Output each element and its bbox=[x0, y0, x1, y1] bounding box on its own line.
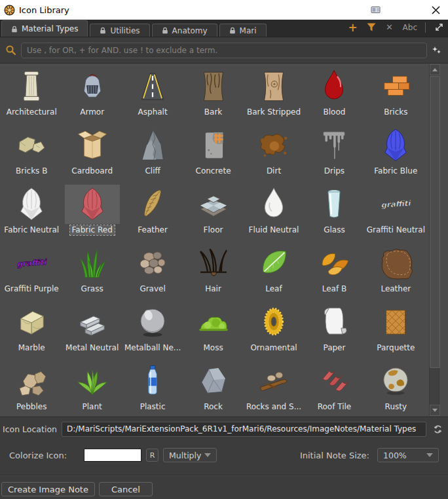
grid-item-armor[interactable]: Armor bbox=[62, 64, 122, 122]
grid-item-dirt[interactable]: Dirt bbox=[244, 122, 304, 181]
grid-item-plant[interactable]: Plant bbox=[62, 358, 122, 417]
grid-item-label: Leaf bbox=[263, 284, 284, 294]
grid-item-feather[interactable]: Feather bbox=[122, 181, 183, 240]
icon-library-dialog: { "window": { "title": "Icon Library" },… bbox=[0, 0, 448, 499]
leaf-icon bbox=[246, 244, 301, 283]
tab-material-types[interactable]: Material Types bbox=[1, 20, 88, 37]
grid-item-blood[interactable]: Blood bbox=[304, 64, 364, 122]
grid-item-label: Armor bbox=[78, 107, 106, 117]
lock-icon bbox=[162, 27, 168, 34]
grid-item-metal-neutral[interactable]: Metal Neutral bbox=[62, 299, 122, 358]
grid-item-pebbles[interactable]: Pebbles bbox=[1, 358, 62, 417]
scrollbar-thumb[interactable] bbox=[430, 76, 440, 368]
scrollbar[interactable] bbox=[429, 64, 439, 416]
icon-grid: ArchitecturalArmorAsphaltBarkBark Stripp… bbox=[1, 64, 427, 416]
grid-item-label: Bricks B bbox=[14, 166, 49, 176]
scroll-down-button[interactable] bbox=[430, 405, 440, 416]
grid-item-grass[interactable]: Grass bbox=[62, 240, 122, 299]
grid-item-fabric-neutral[interactable]: Fabric Neutral bbox=[1, 181, 62, 240]
grid-item-paper[interactable]: Paper bbox=[304, 299, 364, 358]
add-tab-button[interactable]: + bbox=[348, 22, 358, 33]
titlebar: Icon Library bbox=[0, 0, 448, 20]
grid-item-plastic[interactable]: Plastic bbox=[122, 358, 183, 417]
grid-item-label: Ornamental bbox=[248, 343, 299, 353]
ingots-icon bbox=[65, 303, 120, 342]
grid-item-roof-tile[interactable]: Roof Tile bbox=[304, 358, 364, 417]
grid-item-architectural[interactable]: Architectural bbox=[1, 64, 62, 122]
grid-item-label: Graffiti Purple bbox=[3, 284, 61, 294]
grid-item-bricks-b[interactable]: Bricks B bbox=[1, 122, 62, 181]
grid-item-fabric-red[interactable]: Fabric Red bbox=[62, 181, 122, 240]
reset-color-button[interactable]: R bbox=[146, 449, 159, 462]
bark-icon bbox=[186, 67, 241, 106]
grid-item-parquette[interactable]: Parquette bbox=[365, 299, 427, 358]
create-image-note-button[interactable]: Create Image Note bbox=[1, 482, 95, 496]
note-size-dropdown[interactable]: 100% bbox=[377, 448, 439, 462]
grid-item-label: Bark bbox=[202, 107, 224, 117]
grid-item-asphalt[interactable]: Asphalt bbox=[122, 64, 183, 122]
icon-location-field[interactable]: D:/MariScripts/MariExtensionPack_6R1v1_f… bbox=[62, 422, 426, 437]
tab-mari[interactable]: Mari bbox=[219, 24, 267, 37]
sparkle-icon[interactable] bbox=[432, 45, 441, 55]
expand-button[interactable] bbox=[434, 22, 444, 33]
grid-item-graffiti-purple[interactable]: graffitiGraffiti Purple bbox=[1, 240, 62, 299]
filter-button[interactable] bbox=[366, 22, 377, 33]
grid-item-rusty[interactable]: Rusty bbox=[365, 358, 427, 417]
grid-item-marble[interactable]: Marble bbox=[1, 299, 62, 358]
text-match-button[interactable]: Abc bbox=[403, 22, 417, 33]
grid-item-gravel[interactable]: Gravel bbox=[122, 240, 183, 299]
grid-item-floor[interactable]: Floor bbox=[183, 181, 243, 240]
grid-item-drips[interactable]: Drips bbox=[304, 122, 364, 181]
footer-divider bbox=[0, 475, 448, 476]
blooddrop-icon bbox=[307, 67, 362, 106]
barkstripped-icon bbox=[246, 67, 301, 106]
tab-label: Material Types bbox=[22, 24, 78, 33]
tab-anatomy[interactable]: Anatomy bbox=[152, 24, 217, 37]
grid-item-graffiti-neutral[interactable]: graffitiGraffiti Neutral bbox=[365, 181, 427, 240]
panel-icon[interactable] bbox=[371, 5, 381, 14]
grid-item-glass[interactable]: Glass bbox=[304, 181, 364, 240]
grid-item-leaf[interactable]: Leaf bbox=[244, 240, 304, 299]
grid-item-moss[interactable]: Moss bbox=[183, 299, 243, 358]
grid-item-rocks-and-s[interactable]: Rocks and S... bbox=[244, 358, 304, 417]
grid-item-rock[interactable]: Rock bbox=[183, 358, 243, 417]
grid-item-bricks[interactable]: Bricks bbox=[365, 64, 427, 122]
bricks-icon bbox=[368, 67, 423, 106]
grid-item-label: Fabric Blue bbox=[372, 166, 419, 176]
hair-icon bbox=[186, 244, 241, 283]
app-logo-icon bbox=[4, 5, 15, 16]
grid-item-leaf-b[interactable]: Leaf B bbox=[304, 240, 364, 299]
blend-mode-dropdown[interactable]: Multiply bbox=[163, 448, 217, 462]
tab-label: Utilities bbox=[110, 26, 140, 35]
close-button[interactable] bbox=[428, 3, 443, 17]
grid-item-label: Cardboard bbox=[69, 166, 115, 176]
scroll-up-button[interactable] bbox=[430, 64, 440, 75]
grid-item-metalball-ne[interactable]: Metalball Ne... bbox=[122, 299, 183, 358]
grid-item-label: Pebbles bbox=[14, 402, 48, 412]
leaves-icon bbox=[307, 244, 362, 283]
grid-item-concrete[interactable]: Concrete bbox=[183, 122, 243, 181]
grid-item-ornamental[interactable]: Ornamental bbox=[244, 299, 304, 358]
grid-item-leather[interactable]: Leather bbox=[365, 240, 427, 299]
tab-bar: Material Types Utilities Anatomy Mari + … bbox=[0, 20, 448, 37]
glass-icon bbox=[307, 185, 362, 224]
grid-item-fluid-neutral[interactable]: Fluid Neutral bbox=[244, 181, 304, 240]
grid-item-bark[interactable]: Bark bbox=[183, 64, 243, 122]
cancel-button[interactable]: Cancel bbox=[99, 482, 153, 496]
search-input[interactable] bbox=[21, 43, 427, 58]
tab-utilities[interactable]: Utilities bbox=[90, 24, 149, 37]
grid-item-label: Fluid Neutral bbox=[247, 225, 301, 235]
feather-icon bbox=[125, 185, 180, 224]
grid-item-cardboard[interactable]: Cardboard bbox=[62, 122, 122, 181]
grid-item-bark-stripped[interactable]: Bark Stripped bbox=[244, 64, 304, 122]
grid-item-hair[interactable]: Hair bbox=[183, 240, 243, 299]
grid-item-fabric-blue[interactable]: Fabric Blue bbox=[365, 122, 427, 181]
colorize-swatch[interactable] bbox=[84, 449, 141, 462]
search-row bbox=[0, 37, 448, 63]
filter-funnel-icon bbox=[367, 23, 376, 31]
refresh-button[interactable] bbox=[431, 422, 444, 435]
helmet-icon bbox=[65, 67, 120, 106]
grid-item-label: Graffiti Neutral bbox=[365, 225, 427, 235]
grid-item-cliff[interactable]: Cliff bbox=[122, 122, 183, 181]
clear-filter-button[interactable]: ✕ bbox=[384, 22, 395, 33]
